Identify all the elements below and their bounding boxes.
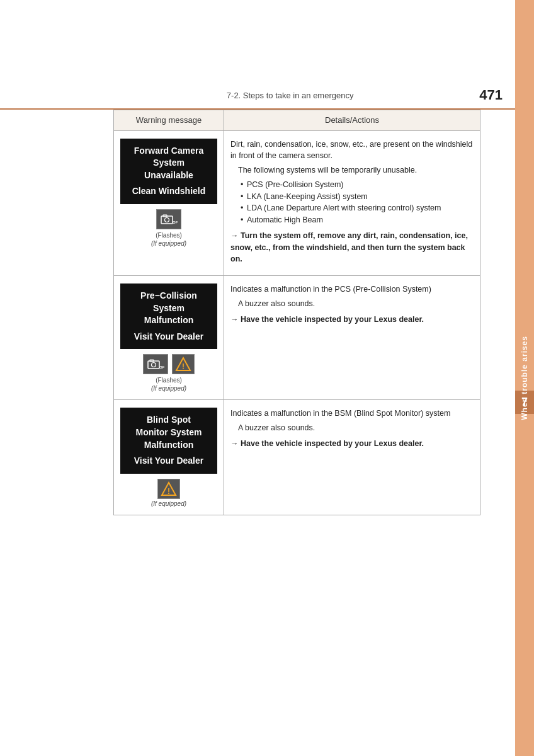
warning-title-1-line3: Unavailable <box>129 169 208 182</box>
table-row: Pre−Collision System Malfunction Visit Y… <box>114 276 480 400</box>
svg-rect-0 <box>161 216 173 224</box>
warning-triangle-icon-2: ! <box>172 354 195 374</box>
list-item: LDA (Lane Departure Alert with steering … <box>241 202 474 214</box>
camera-off-icon-2: OFF <box>143 354 168 374</box>
svg-text:OFF: OFF <box>173 220 178 224</box>
list-item: PCS (Pre-Collision System) <box>241 179 474 191</box>
svg-text:!: ! <box>168 487 170 496</box>
bold-action-3: Have the vehicle inspected by your Lexus… <box>241 439 424 448</box>
details-2-p2: A buzzer also sounds. <box>238 298 474 310</box>
warning-title-2-line3: Malfunction <box>129 314 208 327</box>
details-cell-2: Indicates a malfunction in the PCS (Pre-… <box>224 276 480 400</box>
warning-cell-2: Pre−Collision System Malfunction Visit Y… <box>114 276 224 400</box>
page-header: 7-2. Steps to take in an emergency 471 <box>0 76 534 110</box>
details-1-p2: The following systems will be temporaril… <box>238 164 474 176</box>
warning-message-box-3: Blind Spot Monitor System Malfunction Vi… <box>120 408 217 473</box>
warning-message-box-1: Forward Camera System Unavailable Clean … <box>120 139 217 204</box>
table-row: Forward Camera System Unavailable Clean … <box>114 130 480 276</box>
list-item: Automatic High Beam <box>241 214 474 226</box>
details-1-p1: Dirt, rain, condensation, ice, snow, etc… <box>230 139 474 163</box>
warning-message-box-2: Pre−Collision System Malfunction Visit Y… <box>120 284 217 349</box>
col2-header: Details/Actions <box>224 110 480 131</box>
if-equipped-1: (If equipped) <box>120 240 217 247</box>
col1-header: Warning message <box>114 110 224 131</box>
table-row: Blind Spot Monitor System Malfunction Vi… <box>114 400 480 515</box>
details-1-list: PCS (Pre-Collision System) LKA (Lane-Kee… <box>241 179 474 226</box>
warning-title-1-line1: Forward Camera <box>129 145 208 158</box>
warning-title-3-line1: Blind Spot <box>129 414 208 427</box>
details-3-p2: A buzzer also sounds. <box>238 422 474 434</box>
icon-row-2: OFF ! <box>120 354 217 374</box>
if-equipped-2: (If equipped) <box>120 385 217 392</box>
warning-title-3-line3: Malfunction <box>129 439 208 452</box>
details-cell-3: Indicates a malfunction in the BSM (Blin… <box>224 400 480 515</box>
sidebar-text: When trouble arises <box>520 336 529 420</box>
arrow-action-1: → Turn the system off, remove any dirt, … <box>230 230 474 265</box>
triangle-svg-2: ! <box>175 357 191 372</box>
warning-table: Warning message Details/Actions Forward … <box>113 110 480 515</box>
details-2-p1: Indicates a malfunction in the PCS (Pre-… <box>230 284 474 295</box>
svg-text:!: ! <box>182 362 185 371</box>
warning-triangle-icon-3: ! <box>157 479 180 499</box>
flashes-label-2: (Flashes) <box>120 377 217 384</box>
details-3-p1: Indicates a malfunction in the BSM (Blin… <box>230 408 474 420</box>
top-spacer <box>0 0 534 76</box>
camera-off-icon: OFF <box>156 209 181 229</box>
flashes-label-1: (Flashes) <box>120 232 217 239</box>
arrow-action-3: → Have the vehicle inspected by your Lex… <box>230 438 474 450</box>
svg-rect-4 <box>148 361 159 369</box>
warning-title-2-line2: System <box>129 302 208 315</box>
bold-action-2: Have the vehicle inspected by your Lexus… <box>241 315 424 324</box>
camera-svg-2: OFF <box>147 358 164 370</box>
main-content: Warning message Details/Actions Forward … <box>0 110 512 541</box>
svg-point-1 <box>165 217 169 222</box>
warning-cell-3: Blind Spot Monitor System Malfunction Vi… <box>114 400 224 515</box>
icon-row-3: ! <box>120 479 217 499</box>
triangle-svg-3: ! <box>161 481 177 496</box>
warning-title-3-line2: Monitor System <box>129 427 208 439</box>
header-title: 7-2. Steps to take in an emergency <box>113 91 467 100</box>
warning-subtitle-2: Visit Your Dealer <box>129 331 208 343</box>
svg-point-5 <box>152 363 156 367</box>
warning-cell-1: Forward Camera System Unavailable Clean … <box>114 130 224 276</box>
details-cell-1: Dirt, rain, condensation, ice, snow, etc… <box>224 130 480 276</box>
if-equipped-3: (If equipped) <box>120 500 217 507</box>
warning-subtitle-1: Clean Windshield <box>129 185 208 198</box>
svg-text:OFF: OFF <box>159 365 164 369</box>
warning-title-2-line1: Pre−Collision <box>129 290 208 302</box>
warning-subtitle-3: Visit Your Dealer <box>129 455 208 467</box>
icon-row-1: OFF <box>120 209 217 229</box>
list-item: LKA (Lane-Keeping Assist) system <box>241 191 474 203</box>
bold-action-1: Turn the system off, remove any dirt, ra… <box>230 231 468 264</box>
camera-svg: OFF <box>160 214 178 225</box>
page-container: 7 When trouble arises 7-2. Steps to take… <box>0 0 534 756</box>
warning-title-1-line2: System <box>129 157 208 169</box>
arrow-action-2: → Have the vehicle inspected by your Lex… <box>230 314 474 326</box>
page-number: 471 <box>479 87 503 103</box>
right-sidebar: 7 When trouble arises <box>515 0 534 756</box>
